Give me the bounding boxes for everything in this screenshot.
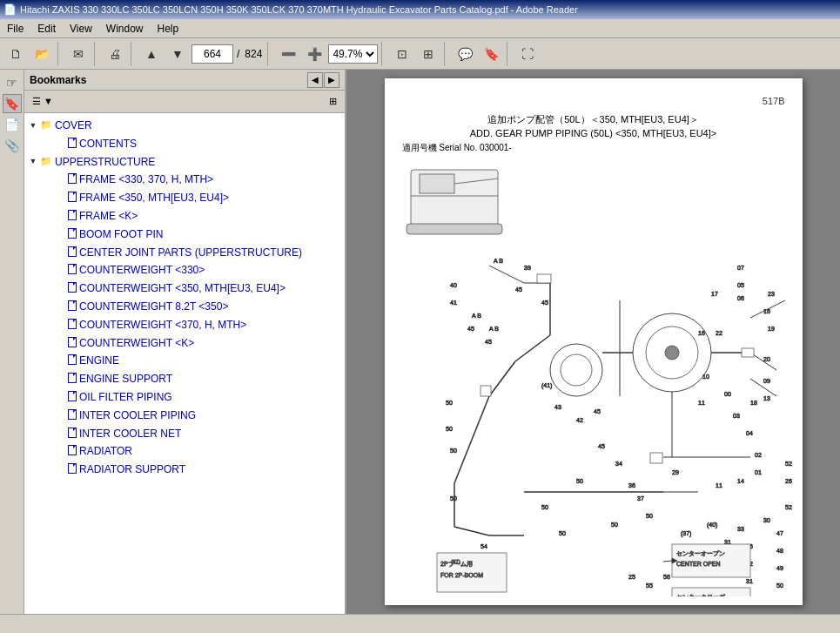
page-icon-cw350 xyxy=(68,282,77,293)
email-button[interactable]: ✉ xyxy=(66,42,91,66)
svg-text:10: 10 xyxy=(702,374,709,380)
pages-panel-button[interactable]: 📄 xyxy=(3,115,22,134)
svg-text:A B: A B xyxy=(472,313,481,319)
page-number-input[interactable]: 664 xyxy=(192,44,233,64)
svg-text:20: 20 xyxy=(763,356,770,362)
comment-button[interactable]: 💬 xyxy=(453,42,477,66)
svg-line-114 xyxy=(663,561,672,562)
bookmark-item-cw350[interactable]: COUNTERWEIGHT <350, MTH[EU3, EU4]> xyxy=(24,279,345,298)
svg-text:25: 25 xyxy=(628,574,635,580)
menu-edit[interactable]: Edit xyxy=(30,21,63,37)
svg-text:45: 45 xyxy=(598,443,605,449)
next-page-button[interactable]: ▼ xyxy=(165,42,190,66)
page-total: 824 xyxy=(243,48,264,60)
bookmark-item-enginesupport[interactable]: ENGINE SUPPORT xyxy=(24,370,345,388)
bookmark-item-engine[interactable]: ENGINE xyxy=(24,352,345,370)
bookmark-item-radiatorsupport[interactable]: RADIATOR SUPPORT xyxy=(24,461,345,479)
open-button[interactable]: 📂 xyxy=(30,42,54,66)
bookmark-item-centerjoint[interactable]: CENTER JOINT PARTS (UPPERSTRUCTURE) xyxy=(24,244,345,262)
bookmark-item-intercoolernet[interactable]: INTER COOLER NET xyxy=(24,425,345,443)
print-button[interactable]: 🖨 xyxy=(103,42,127,66)
new-button[interactable]: 🗋 xyxy=(3,42,28,66)
bookmark-item-boomfoot[interactable]: BOOM FOOT PIN xyxy=(24,226,345,244)
menu-window[interactable]: Window xyxy=(99,21,151,37)
serial-value: 030001- xyxy=(480,143,512,152)
pdf-title-english: ADD. GEAR PUMP PIPING (50L) <350, MTH[EU… xyxy=(402,128,785,138)
page-icon-cw370 xyxy=(68,319,77,329)
attachments-panel-button[interactable]: 📎 xyxy=(3,136,22,155)
expand-placeholder-frame350 xyxy=(56,192,66,204)
svg-text:56: 56 xyxy=(663,574,670,580)
svg-text:センターオープン: センターオープン xyxy=(676,550,725,557)
bookmark-item-frame330[interactable]: FRAME <330, 370, H, MTH> xyxy=(24,171,345,189)
bookmarks-prev-button[interactable]: ◀ xyxy=(307,72,323,88)
hand-tool-button[interactable]: ☞ xyxy=(3,73,22,92)
svg-line-14 xyxy=(472,396,489,440)
page-icon-centerjoint xyxy=(68,246,77,257)
bookmark-item-cw82[interactable]: COUNTERWEIGHT 8.2T <350> xyxy=(24,298,345,316)
menu-file[interactable]: File xyxy=(0,21,30,37)
menu-view[interactable]: View xyxy=(63,21,99,37)
menu-help[interactable]: Help xyxy=(151,21,186,37)
bookmark-item-frame350[interactable]: FRAME <350, MTH[EU3, EU4]> xyxy=(24,189,345,207)
bookmark-label-frame350: FRAME <350, MTH[EU3, EU4]> xyxy=(79,191,229,205)
svg-text:40: 40 xyxy=(450,282,457,288)
svg-text:19: 19 xyxy=(768,326,775,332)
svg-text:45: 45 xyxy=(485,339,492,345)
svg-text:45: 45 xyxy=(515,286,522,293)
bookmark-item-contents[interactable]: CONTENTS xyxy=(24,135,345,153)
stamp-button[interactable]: 🔖 xyxy=(479,42,503,66)
expand-placeholder-boomfoot xyxy=(56,228,66,240)
fit-page-button[interactable]: ⊡ xyxy=(390,42,414,66)
svg-line-12 xyxy=(515,335,550,361)
svg-text:50: 50 xyxy=(450,495,457,502)
bookmarks-expand-button[interactable]: ⊞ xyxy=(325,92,341,111)
app-icon: 📄 xyxy=(3,3,17,16)
zoom-in-button[interactable]: ➕ xyxy=(302,42,326,66)
expand-placeholder-cwk xyxy=(56,337,66,349)
svg-text:50: 50 xyxy=(559,530,566,536)
svg-text:23: 23 xyxy=(768,291,775,297)
menu-bar: File Edit View Window Help xyxy=(0,19,840,38)
svg-text:43: 43 xyxy=(554,404,561,410)
bookmark-item-cover[interactable]: ▼ 📁 COVER xyxy=(24,117,345,135)
expand-placeholder-framek xyxy=(56,210,66,222)
svg-text:30: 30 xyxy=(763,517,770,523)
zoom-out-button[interactable]: ➖ xyxy=(276,42,300,66)
bookmark-item-cwk[interactable]: COUNTERWEIGHT <K> xyxy=(24,334,345,353)
bookmark-label-cw350: COUNTERWEIGHT <350, MTH[EU3, EU4]> xyxy=(79,281,286,296)
svg-text:(41): (41) xyxy=(541,382,552,389)
zoom-select[interactable]: 49.7% 50% 75% 100% xyxy=(328,44,378,64)
fullscreen-button[interactable]: ⛶ xyxy=(515,42,540,66)
svg-text:49: 49 xyxy=(776,565,783,571)
bookmark-tree[interactable]: ▼ 📁 COVER CONTENTS ▼ 📁 UPPERSTRUCTURE xyxy=(24,113,345,614)
bookmarks-toolbar: ☰ ▼ ⊞ xyxy=(24,91,345,113)
svg-text:50: 50 xyxy=(541,504,548,510)
pdf-viewer[interactable]: 517B 追加ポンプ配管（50L）＜350, MTH[EU3, EU4]＞ AD… xyxy=(346,70,840,614)
bookmark-item-cw330[interactable]: COUNTERWEIGHT <330> xyxy=(24,261,345,279)
bookmark-item-upperstructure[interactable]: ▼ 📁 UPPERSTRUCTURE xyxy=(24,153,345,172)
bookmark-item-intercoolerpiping[interactable]: INTER COOLER PIPING xyxy=(24,407,345,425)
svg-text:16: 16 xyxy=(763,308,770,314)
bookmark-item-oilfilter[interactable]: OIL FILTER PIPING xyxy=(24,388,345,407)
bookmarks-options-button[interactable]: ☰ ▼ xyxy=(28,92,57,111)
svg-rect-32 xyxy=(650,453,662,463)
fit-width-button[interactable]: ⊞ xyxy=(416,42,440,66)
svg-text:50: 50 xyxy=(646,513,653,519)
bookmark-item-radiator[interactable]: RADIATOR xyxy=(24,442,345,461)
prev-page-button[interactable]: ▲ xyxy=(139,42,164,66)
svg-rect-30 xyxy=(537,274,551,283)
bookmark-item-framek[interactable]: FRAME <K> xyxy=(24,207,345,226)
bookmark-item-cw370[interactable]: COUNTERWEIGHT <370, H, MTH> xyxy=(24,316,345,334)
svg-text:50: 50 xyxy=(776,582,783,589)
page-icon-intercoolerpiping xyxy=(68,409,77,420)
svg-text:07: 07 xyxy=(737,265,744,271)
svg-text:54: 54 xyxy=(480,543,487,549)
bookmarks-panel-button[interactable]: 🔖 xyxy=(3,94,22,113)
bookmarks-next-button[interactable]: ▶ xyxy=(324,72,339,88)
toolbar-separator-2 xyxy=(94,42,99,66)
page-icon-enginesupport xyxy=(68,373,77,383)
pdf-diagram: 39 A B 45 45 50 50 54 50 50 50 29 22 07 … xyxy=(402,161,785,599)
svg-text:31: 31 xyxy=(746,578,753,584)
svg-text:45: 45 xyxy=(594,408,601,414)
